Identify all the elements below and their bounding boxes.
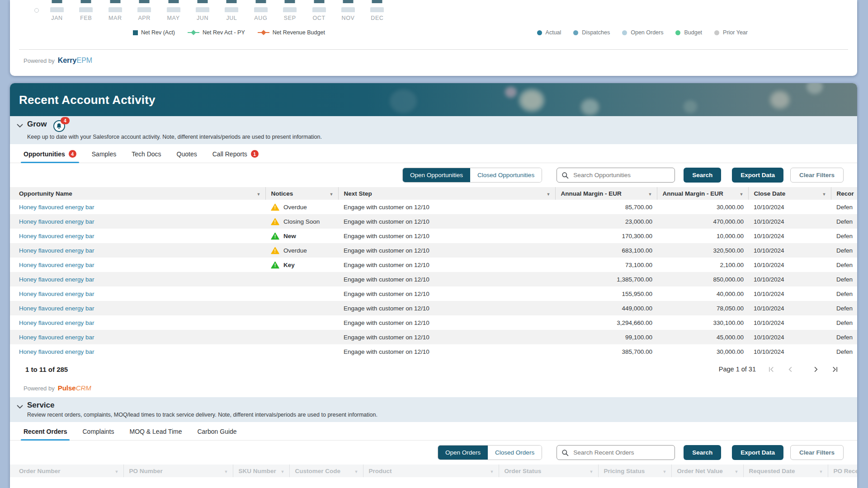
column-header[interactable]: Notices▼ bbox=[265, 187, 338, 200]
column-header[interactable]: PO Number▼ bbox=[123, 465, 233, 477]
search-button[interactable]: Search bbox=[684, 168, 721, 183]
tab-quotes[interactable]: Quotes bbox=[177, 150, 197, 163]
sort-arrow-icon[interactable]: ▼ bbox=[330, 192, 334, 197]
column-header[interactable]: Order Number▼ bbox=[10, 465, 123, 477]
notice-warning-icon: !Overdue bbox=[271, 247, 334, 254]
search-input[interactable] bbox=[572, 171, 670, 179]
opportunity-link[interactable]: Honey flavoured energy bar bbox=[19, 348, 94, 355]
sort-arrow-icon[interactable]: ▼ bbox=[735, 469, 739, 474]
sort-arrow-icon[interactable]: ▼ bbox=[490, 469, 494, 474]
sort-arrow-icon[interactable]: ▼ bbox=[354, 469, 359, 474]
opportunity-link[interactable]: Honey flavoured energy bar bbox=[19, 319, 94, 326]
sort-arrow-icon[interactable]: ▼ bbox=[663, 469, 667, 474]
opportunity-link[interactable]: Honey flavoured energy bar bbox=[19, 262, 94, 268]
chevron-down-icon[interactable] bbox=[17, 124, 23, 128]
export-data-button[interactable]: Export Data bbox=[732, 445, 783, 460]
toggle-closed-orders[interactable]: Closed Orders bbox=[488, 446, 542, 460]
opportunity-link[interactable]: Honey flavoured energy bar bbox=[19, 291, 94, 297]
bar-fragment-top bbox=[198, 0, 208, 3]
tab-opportunities[interactable]: Opportunities4 bbox=[24, 150, 76, 163]
orders-toggle-group: Open OrdersClosed Orders bbox=[438, 445, 542, 460]
column-header[interactable]: Opportunity Name▼ bbox=[10, 187, 265, 200]
bar-fragment-top bbox=[314, 0, 324, 3]
sort-arrow-icon[interactable]: ▼ bbox=[822, 192, 826, 197]
column-header[interactable]: Requested Date▼ bbox=[743, 465, 828, 477]
export-data-button[interactable]: Export Data bbox=[732, 168, 783, 183]
sort-arrow-icon[interactable]: ▼ bbox=[740, 192, 744, 197]
tab-recent-orders[interactable]: Recent Orders bbox=[24, 428, 67, 440]
opportunity-link[interactable]: Honey flavoured energy bar bbox=[19, 218, 94, 225]
next-page-button[interactable] bbox=[812, 366, 819, 373]
column-header[interactable]: Next Step▼ bbox=[338, 187, 555, 200]
tab-tech-docs[interactable]: Tech Docs bbox=[132, 150, 161, 163]
pagination: Page 1 of 31 bbox=[719, 366, 838, 373]
bar-fragment-top bbox=[52, 0, 62, 3]
column-header[interactable]: Order Status▼ bbox=[499, 465, 598, 477]
opportunity-link[interactable]: Honey flavoured energy bar bbox=[19, 247, 94, 254]
brand-kerry: Kerry bbox=[58, 56, 77, 64]
sort-arrow-icon[interactable]: ▼ bbox=[257, 192, 261, 197]
tab-samples[interactable]: Samples bbox=[92, 150, 116, 163]
opportunity-search-box[interactable] bbox=[557, 168, 675, 183]
column-header[interactable]: Customer Code▼ bbox=[289, 465, 363, 477]
opportunity-link[interactable]: Honey flavoured energy bar bbox=[19, 334, 94, 341]
tab-badge: 4 bbox=[69, 150, 76, 158]
opportunity-toggle-group: Open OpportunitiesClosed Opportunities bbox=[402, 168, 542, 183]
opportunities-table: Opportunity Name▼Notices▼Next Step▼Annua… bbox=[10, 187, 857, 359]
previous-page-button[interactable] bbox=[787, 366, 794, 373]
orders-search-box[interactable] bbox=[557, 445, 675, 460]
bar-fragment-top bbox=[285, 0, 295, 3]
column-header[interactable]: Product▼ bbox=[363, 465, 499, 477]
search-input[interactable] bbox=[572, 449, 670, 456]
square-marker-icon bbox=[133, 30, 138, 35]
svg-text:!: ! bbox=[274, 220, 276, 225]
sort-arrow-icon[interactable]: ▼ bbox=[819, 469, 823, 474]
month-tick-label: MAR bbox=[108, 15, 122, 21]
table-row: Honey flavoured energy bar!OverdueEngage… bbox=[10, 200, 857, 214]
clear-filters-button[interactable]: Clear Filters bbox=[790, 168, 844, 183]
opportunity-link[interactable]: Honey flavoured energy bar bbox=[19, 276, 94, 283]
sort-arrow-icon[interactable]: ▼ bbox=[547, 192, 551, 197]
column-header[interactable]: Order Net Value▼ bbox=[671, 465, 743, 477]
tab-carbon-guide[interactable]: Carbon Guide bbox=[197, 428, 236, 440]
table-footer: 1 to 11 of 285 Page 1 of 31 bbox=[10, 359, 857, 380]
column-header[interactable]: PO Rece bbox=[828, 465, 857, 477]
table-row: Honey flavoured energy bar!NewEngage wit… bbox=[10, 229, 857, 243]
dot-icon bbox=[622, 30, 627, 35]
toggle-open-orders[interactable]: Open Orders bbox=[438, 446, 488, 460]
search-button[interactable]: Search bbox=[684, 445, 721, 460]
first-page-button[interactable] bbox=[768, 366, 775, 373]
service-tabs: Recent OrdersComplaintsMOQ & Lead TimeCa… bbox=[10, 422, 857, 441]
opportunity-link[interactable]: Honey flavoured energy bar bbox=[19, 233, 94, 239]
tab-call-reports[interactable]: Call Reports1 bbox=[212, 150, 259, 163]
toggle-closed-opportunities[interactable]: Closed Opportunities bbox=[470, 168, 542, 182]
toggle-open-opportunities[interactable]: Open Opportunities bbox=[403, 168, 470, 182]
column-header[interactable]: Recor bbox=[831, 187, 857, 200]
sort-arrow-icon[interactable]: ▼ bbox=[115, 469, 119, 474]
table-row: Honey flavoured energy barEngage with cu… bbox=[10, 286, 857, 301]
sort-arrow-icon[interactable]: ▼ bbox=[648, 192, 652, 197]
month-tick-label: APR bbox=[138, 15, 151, 21]
chevron-down-icon[interactable] bbox=[17, 405, 23, 409]
sort-arrow-icon[interactable]: ▼ bbox=[590, 469, 594, 474]
last-page-button[interactable] bbox=[831, 366, 838, 373]
sort-arrow-icon[interactable]: ▼ bbox=[281, 469, 285, 474]
opportunity-link[interactable]: Honey flavoured energy bar bbox=[19, 204, 94, 211]
sort-arrow-icon[interactable]: ▼ bbox=[224, 469, 228, 474]
column-header[interactable]: SKU Number▼ bbox=[233, 465, 289, 477]
table-row: Honey flavoured energy bar!Closing SoonE… bbox=[10, 214, 857, 229]
bar-fragment-top bbox=[343, 0, 354, 3]
table-row: Honey flavoured energy barEngage with cu… bbox=[10, 344, 857, 359]
bar-fragment-base bbox=[341, 7, 355, 12]
clear-filters-button[interactable]: Clear Filters bbox=[790, 445, 844, 460]
tab-complaints[interactable]: Complaints bbox=[82, 428, 114, 440]
tab-moq-lead-time[interactable]: MOQ & Lead Time bbox=[130, 428, 182, 440]
column-header[interactable]: Annual Margin - EUR▼ bbox=[555, 187, 657, 200]
bell-icon[interactable]: 4 bbox=[53, 120, 65, 132]
column-header[interactable]: Close Date▼ bbox=[748, 187, 831, 200]
opportunity-link[interactable]: Honey flavoured energy bar bbox=[19, 305, 94, 312]
column-header[interactable]: Annual Margin - EUR▼ bbox=[657, 187, 748, 200]
bar-fragment-top bbox=[81, 0, 91, 3]
column-header[interactable]: Pricing Status▼ bbox=[598, 465, 671, 477]
notice-warning-icon: !Closing Soon bbox=[271, 218, 334, 225]
